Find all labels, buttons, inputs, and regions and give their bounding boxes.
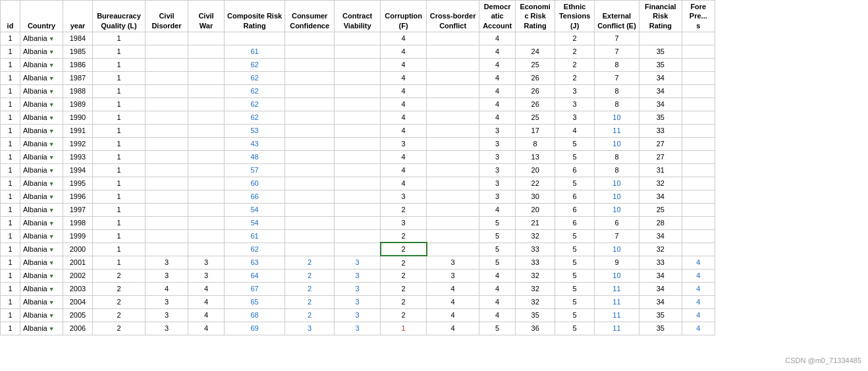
cell-cbc[interactable] — [427, 190, 479, 203]
cell-crr[interactable]: 48 — [225, 150, 285, 163]
cell-er[interactable]: 25 — [516, 111, 555, 124]
table-row[interactable]: 1Albania▼2000162253351032 — [1, 243, 715, 256]
cell-ec[interactable]: 11 — [595, 124, 639, 137]
cell-da[interactable]: 4 — [479, 71, 516, 84]
cell-crr[interactable]: 60 — [225, 177, 285, 190]
cell-cc[interactable] — [285, 111, 335, 124]
cell-fr[interactable]: 35 — [639, 322, 682, 335]
cell-year[interactable]: 1996 — [63, 190, 93, 203]
cell-ec[interactable]: 10 — [595, 243, 639, 256]
cell-cd[interactable]: 3 — [146, 308, 188, 322]
cell-cor[interactable]: 4 — [381, 163, 427, 177]
cell-da[interactable]: 3 — [479, 124, 516, 137]
cell-cor[interactable]: 2 — [381, 282, 427, 295]
cell-year[interactable]: 2005 — [63, 308, 93, 322]
cell-year[interactable]: 2002 — [63, 269, 93, 282]
cell-fr[interactable]: 33 — [639, 124, 682, 137]
table-row[interactable]: 1Albania▼199214333851027 — [1, 137, 715, 150]
cell-crr[interactable]: 65 — [225, 295, 285, 308]
cell-fore[interactable] — [682, 216, 715, 229]
cell-id[interactable]: 1 — [1, 229, 20, 243]
cell-fore[interactable] — [682, 32, 715, 45]
cell-country[interactable]: Albania▼ — [20, 111, 63, 124]
table-row[interactable]: 1Albania▼199314843135827 — [1, 150, 715, 163]
cell-cw[interactable] — [188, 150, 225, 163]
cell-fore[interactable] — [682, 177, 715, 190]
cell-bq[interactable]: 1 — [93, 124, 146, 137]
cell-id[interactable]: 1 — [1, 190, 20, 203]
table-row[interactable]: 1Albania▼198616244252835 — [1, 58, 715, 71]
cell-bq[interactable]: 1 — [93, 190, 146, 203]
cell-da[interactable]: 3 — [479, 137, 516, 150]
cell-cor[interactable]: 4 — [381, 124, 427, 137]
cell-fr[interactable]: 33 — [639, 256, 682, 269]
cell-fore[interactable] — [682, 124, 715, 137]
cell-country[interactable]: Albania▼ — [20, 190, 63, 203]
cell-year[interactable]: 1988 — [63, 84, 93, 98]
cell-et[interactable]: 2 — [555, 71, 595, 84]
cell-country[interactable]: Albania▼ — [20, 269, 63, 282]
cell-bq[interactable]: 1 — [93, 163, 146, 177]
cell-cw[interactable] — [188, 32, 225, 45]
cell-ec[interactable]: 8 — [595, 150, 639, 163]
cell-da[interactable]: 5 — [479, 229, 516, 243]
cell-cor[interactable]: 4 — [381, 84, 427, 98]
cell-er[interactable] — [516, 32, 555, 45]
cell-er[interactable]: 33 — [516, 256, 555, 269]
cell-bq[interactable]: 1 — [93, 84, 146, 98]
cell-fore[interactable]: 4 — [682, 282, 715, 295]
cell-year[interactable]: 1999 — [63, 229, 93, 243]
cell-cw[interactable]: 3 — [188, 256, 225, 269]
cell-cbc[interactable]: 3 — [427, 256, 479, 269]
cell-et[interactable]: 5 — [555, 295, 595, 308]
cell-ec[interactable]: 8 — [595, 98, 639, 111]
cell-fore[interactable]: 4 — [682, 322, 715, 335]
cell-fore[interactable] — [682, 71, 715, 84]
cell-et[interactable]: 3 — [555, 84, 595, 98]
cell-country[interactable]: Albania▼ — [20, 150, 63, 163]
cell-cw[interactable]: 3 — [188, 269, 225, 282]
cell-cor[interactable]: 1 — [381, 322, 427, 335]
cell-cd[interactable] — [146, 216, 188, 229]
cell-bq[interactable]: 1 — [93, 216, 146, 229]
cell-cw[interactable]: 4 — [188, 295, 225, 308]
cell-cc[interactable] — [285, 243, 335, 256]
cell-ec[interactable]: 7 — [595, 45, 639, 58]
cell-cc[interactable]: 3 — [285, 322, 335, 335]
cell-cw[interactable] — [188, 229, 225, 243]
cell-bq[interactable]: 1 — [93, 111, 146, 124]
cell-id[interactable]: 1 — [1, 111, 20, 124]
table-row[interactable]: 1Albania▼198716244262734 — [1, 71, 715, 84]
cell-cbc[interactable] — [427, 45, 479, 58]
cell-cd[interactable] — [146, 45, 188, 58]
cell-fr[interactable]: 34 — [639, 282, 682, 295]
cell-id[interactable]: 1 — [1, 163, 20, 177]
cell-bq[interactable]: 1 — [93, 71, 146, 84]
cell-cv[interactable]: 3 — [335, 256, 381, 269]
cell-er[interactable]: 30 — [516, 190, 555, 203]
cell-ec[interactable]: 7 — [595, 229, 639, 243]
cell-crr[interactable]: 53 — [225, 124, 285, 137]
cell-er[interactable]: 32 — [516, 269, 555, 282]
cell-cc[interactable] — [285, 150, 335, 163]
table-row[interactable]: 1Albania▼2002233642323432510344 — [1, 269, 715, 282]
cell-fore[interactable] — [682, 163, 715, 177]
cell-fr[interactable]: 35 — [639, 58, 682, 71]
cell-bq[interactable]: 1 — [93, 32, 146, 45]
table-row[interactable]: 1Albania▼198916244263834 — [1, 98, 715, 111]
cell-cw[interactable] — [188, 177, 225, 190]
cell-cor[interactable]: 2 — [381, 295, 427, 308]
cell-year[interactable]: 1993 — [63, 150, 93, 163]
cell-da[interactable]: 3 — [479, 163, 516, 177]
cell-cd[interactable] — [146, 124, 188, 137]
cell-country[interactable]: Albania▼ — [20, 203, 63, 216]
cell-et[interactable]: 3 — [555, 98, 595, 111]
cell-cv[interactable] — [335, 137, 381, 150]
cell-bq[interactable]: 1 — [93, 229, 146, 243]
cell-id[interactable]: 1 — [1, 295, 20, 308]
cell-et[interactable]: 4 — [555, 124, 595, 137]
cell-cw[interactable] — [188, 243, 225, 256]
cell-country[interactable]: Albania▼ — [20, 308, 63, 322]
cell-cc[interactable] — [285, 203, 335, 216]
cell-cd[interactable]: 3 — [146, 256, 188, 269]
